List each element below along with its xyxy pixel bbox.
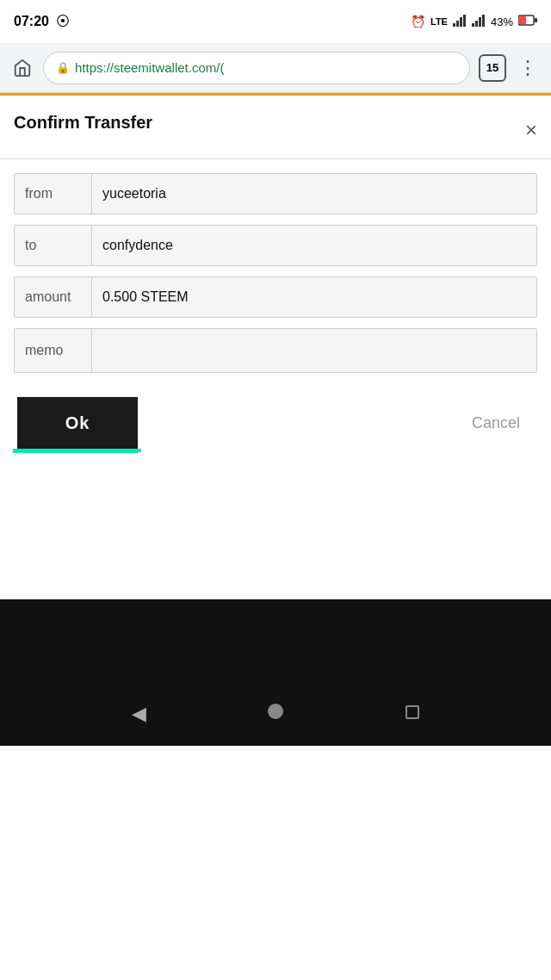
amount-value: 0.500 STEEM xyxy=(92,277,536,317)
from-row: from yuceetoria xyxy=(14,173,537,214)
battery-icon xyxy=(518,15,537,28)
home-icon[interactable] xyxy=(10,56,34,80)
svg-rect-7 xyxy=(482,15,485,27)
from-label: from xyxy=(15,174,92,214)
cancel-button[interactable]: Cancel xyxy=(458,406,534,441)
address-bar[interactable]: 🔒 https://steemitwallet.com/( xyxy=(43,52,470,84)
svg-rect-1 xyxy=(456,21,459,27)
ok-button-wrapper: Ok xyxy=(17,397,138,449)
status-time: 07:20 xyxy=(14,14,49,29)
screen-record-icon: ⦿ xyxy=(56,14,70,29)
svg-rect-2 xyxy=(460,17,462,27)
action-row: Ok Cancel xyxy=(14,397,537,449)
close-button[interactable]: × xyxy=(525,120,537,140)
to-value: confydence xyxy=(92,226,536,265)
back-button[interactable]: ◀ xyxy=(132,703,146,725)
url-text: https://steemitwallet.com/( xyxy=(75,60,224,75)
home-nav-button[interactable] xyxy=(267,703,284,725)
memo-row: memo xyxy=(14,328,537,373)
dialog-title: Confirm Transfer xyxy=(14,113,152,133)
to-label: to xyxy=(15,226,92,265)
ok-button[interactable]: Ok xyxy=(17,397,138,449)
lte-label: LTE xyxy=(430,16,448,27)
divider xyxy=(0,158,551,159)
svg-rect-6 xyxy=(479,17,481,27)
memo-label: memo xyxy=(15,329,92,372)
from-value: yuceetoria xyxy=(92,174,536,214)
tab-badge[interactable]: 15 xyxy=(479,54,506,82)
svg-rect-10 xyxy=(535,18,537,22)
battery-label: 43% xyxy=(491,16,513,28)
svg-rect-0 xyxy=(453,23,455,27)
bottom-nav-bar: ◀ xyxy=(0,599,551,746)
svg-rect-4 xyxy=(472,23,474,27)
alarm-icon: ⏰ xyxy=(411,15,425,28)
status-right: ⏰ LTE 43 xyxy=(411,15,537,29)
svg-rect-3 xyxy=(463,15,466,27)
menu-dots[interactable]: ⋮ xyxy=(515,57,541,79)
amount-label: amount xyxy=(15,277,92,317)
svg-rect-9 xyxy=(519,16,526,24)
recent-apps-button[interactable] xyxy=(405,703,420,725)
to-row: to confydence xyxy=(14,225,537,266)
signal2-icon xyxy=(472,15,486,29)
confirm-transfer-dialog: Confirm Transfer × from yuceetoria to co… xyxy=(0,96,551,449)
lock-icon: 🔒 xyxy=(56,61,70,74)
signal-icon xyxy=(453,15,467,29)
svg-point-11 xyxy=(268,704,283,719)
svg-rect-12 xyxy=(406,706,418,718)
status-bar: 07:20 ⦿ ⏰ LTE xyxy=(0,0,551,43)
browser-bar: 🔒 https://steemitwallet.com/( 15 ⋮ xyxy=(0,43,551,93)
amount-row: amount 0.500 STEEM xyxy=(14,276,537,318)
svg-rect-5 xyxy=(475,21,478,27)
status-left: 07:20 ⦿ xyxy=(14,14,70,29)
memo-value[interactable] xyxy=(92,329,536,372)
